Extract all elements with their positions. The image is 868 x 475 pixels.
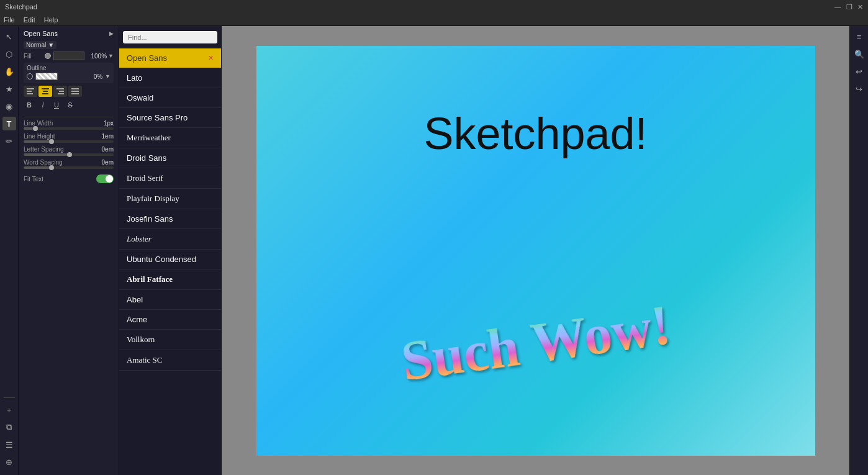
font-item-name: Abel (127, 295, 143, 304)
minimize-button[interactable]: — (834, 3, 841, 11)
menubar: File Edit Help (0, 14, 868, 26)
pan-tool[interactable]: ✋ (2, 65, 16, 78)
align-justify-button[interactable] (68, 86, 82, 97)
font-list-item[interactable]: Amatic SC (119, 350, 221, 371)
line-width-track[interactable] (24, 127, 114, 130)
word-spacing-value: 0em (102, 159, 114, 166)
fit-text-row: Fit Text (24, 174, 114, 183)
font-list-item[interactable]: Ubuntu Condensed (119, 250, 221, 269)
toggle-knob (106, 175, 113, 183)
align-left-button[interactable] (24, 86, 37, 97)
letter-spacing-track[interactable] (24, 153, 114, 156)
outline-opacity-value: 0% (94, 73, 102, 80)
fit-text-toggle[interactable] (96, 174, 114, 183)
font-item-name: Oswald (127, 93, 153, 102)
svg-rect-9 (71, 88, 79, 89)
bucket-tool[interactable]: ◉ (2, 99, 16, 113)
font-list-item[interactable]: Vollkorn (119, 330, 221, 350)
italic-button[interactable]: I (37, 99, 48, 111)
font-item-close-icon[interactable]: ✕ (208, 54, 214, 62)
font-list-item[interactable]: Droid Sans (119, 148, 221, 168)
fill-color-indicator (45, 53, 51, 59)
font-chevron-icon: ▶ (109, 30, 114, 37)
font-list-item[interactable]: Open Sans✕ (119, 48, 221, 68)
blend-mode-dropdown[interactable]: Normal ▼ (24, 41, 57, 49)
canvas-wow-text: Such Wow! (397, 292, 674, 394)
strikethrough-button[interactable]: S (65, 99, 76, 111)
undo-button[interactable]: ↩ (852, 65, 866, 78)
font-list-item[interactable]: Oswald (119, 88, 221, 108)
node-tool[interactable]: ⬡ (2, 47, 16, 61)
zoom-button[interactable]: 🔍 (852, 47, 866, 61)
word-spacing-track[interactable] (24, 166, 114, 169)
font-list-item[interactable]: Josefin Sans (119, 209, 221, 229)
font-item-name: Acme (127, 315, 147, 324)
line-width-row: Line Width 1px (24, 120, 114, 130)
line-width-value: 1px (104, 120, 114, 127)
align-center-button[interactable] (38, 86, 52, 97)
font-item-name: Droid Serif (127, 173, 163, 183)
font-list-item[interactable]: Playfair Display (119, 189, 221, 209)
outline-section: Outline 0% ▼ (24, 63, 114, 83)
font-list-item[interactable]: Droid Serif (119, 168, 221, 189)
word-spacing-row: Word Spacing 0em (24, 159, 114, 169)
menu-help[interactable]: Help (44, 16, 58, 24)
text-tool[interactable]: T (2, 117, 16, 130)
redo-button[interactable]: ↪ (852, 82, 866, 96)
font-item-name: Merriweather (127, 133, 171, 142)
font-list-item[interactable]: Source Sans Pro (119, 108, 221, 128)
menu-edit[interactable]: Edit (24, 16, 35, 24)
fill-color-box[interactable] (53, 52, 84, 60)
blend-mode-chevron: ▼ (48, 42, 54, 48)
svg-rect-5 (42, 93, 48, 94)
font-item-name: Amatic SC (127, 355, 162, 364)
outline-color-swatch[interactable] (35, 73, 58, 80)
properties-panel: Open Sans ▶ Normal ▼ Fill 100% ▼ Outline (19, 26, 119, 475)
pages-button[interactable]: ☰ (2, 438, 16, 451)
close-button[interactable]: ✕ (857, 3, 863, 11)
line-width-label: Line Width (24, 120, 53, 127)
font-item-name: Source Sans Pro (127, 113, 188, 122)
bold-button[interactable]: B (24, 99, 35, 111)
font-list-item[interactable]: Lato (119, 68, 221, 88)
font-list-item[interactable]: Lobster (119, 229, 221, 250)
blend-mode-value: Normal (26, 42, 46, 48)
blend-mode-row: Normal ▼ (24, 41, 114, 49)
font-search-input[interactable] (123, 31, 217, 43)
svg-rect-7 (59, 91, 64, 92)
maximize-button[interactable]: ❐ (846, 3, 852, 11)
layers-button[interactable]: ⧉ (2, 420, 16, 434)
add-layer-button[interactable]: + (2, 403, 16, 417)
outline-fill-row: 0% ▼ (27, 73, 111, 80)
shape-tool[interactable]: ★ (2, 82, 16, 96)
left-toolbar: ↖ ⬡ ✋ ★ ◉ T ✏ + ⧉ ☰ ⊕ (0, 26, 19, 475)
align-right-button[interactable] (53, 86, 67, 97)
font-item-name: Vollkorn (127, 335, 155, 344)
svg-rect-11 (71, 93, 79, 94)
font-item-name: Open Sans (127, 53, 167, 63)
canvas-main-text[interactable]: Sketchpad! (423, 108, 647, 159)
svg-rect-4 (43, 91, 48, 92)
font-selector[interactable]: Open Sans ▶ (24, 30, 114, 37)
font-list-item[interactable]: Abril Fatface (119, 269, 221, 290)
pen-tool[interactable]: ✏ (2, 134, 16, 148)
underline-button[interactable]: U (51, 99, 62, 111)
svg-rect-1 (27, 91, 32, 92)
menu-file[interactable]: File (4, 16, 15, 24)
font-list-item[interactable]: Abel (119, 290, 221, 310)
outline-label: Outline (27, 65, 111, 71)
pointer-tool[interactable]: ↖ (2, 30, 16, 43)
line-height-track[interactable] (24, 140, 114, 143)
font-list-item[interactable]: Acme (119, 310, 221, 330)
svg-rect-10 (71, 91, 79, 92)
font-item-name: Lobster (127, 234, 151, 243)
font-search-area (119, 26, 221, 48)
font-list-item[interactable]: Merriweather (119, 128, 221, 148)
canvas[interactable]: Sketchpad! Such Wow! (256, 46, 815, 456)
menu-button[interactable]: ≡ (852, 30, 866, 43)
share-button[interactable]: ⊕ (2, 455, 16, 469)
fill-opacity-chevron: ▼ (108, 53, 114, 59)
font-item-name: Droid Sans (127, 153, 166, 163)
outline-chevron-icon: ▼ (105, 73, 111, 79)
tool-separator-1 (4, 397, 15, 398)
